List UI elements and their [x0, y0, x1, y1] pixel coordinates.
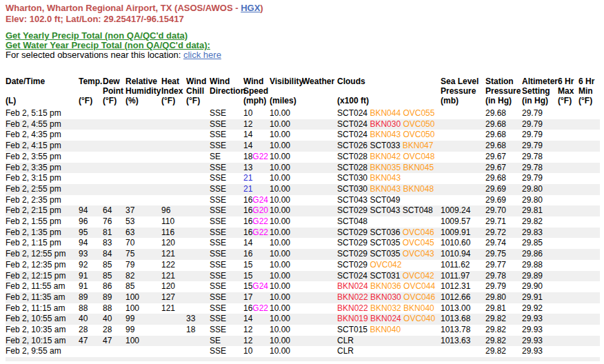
- table-row: Feb 2, 3:55 pmSE18G2210.00SCT028 BKN042 …: [6, 152, 600, 163]
- cell-heat-index: [161, 325, 186, 336]
- cell-wind-speed: 10: [243, 346, 270, 357]
- cell-visibility: 10.00: [270, 292, 302, 303]
- cell-min-6hr: [578, 205, 600, 216]
- cell-visibility: 10.00: [270, 260, 302, 271]
- water-year-precip-link[interactable]: Get Water Year Precip Total (non QA/QC'd…: [6, 41, 210, 50]
- table-row: Feb 2, 12:15 pm918582121SSE1510.00SCT024…: [6, 271, 600, 282]
- cell-max-6hr: [558, 346, 578, 357]
- cell-rel-humidity: 100: [125, 303, 161, 314]
- cell-clouds: SCT030 BKN043 BKN048: [337, 184, 441, 195]
- click-here-link[interactable]: click here: [183, 50, 221, 60]
- wfo-hgx-link[interactable]: HGX: [241, 3, 260, 13]
- cell-max-6hr: [558, 195, 578, 206]
- cell-wind-direction: SSE: [210, 216, 243, 228]
- cell-rel-humidity: 79: [125, 260, 161, 271]
- cell-sea-level-pressure: [441, 346, 485, 357]
- cell-wind-speed: 15: [243, 271, 270, 282]
- yearly-precip-link[interactable]: Get Yearly Precip Total (non QA/QC'd dat…: [6, 31, 188, 41]
- cell-heat-index: [161, 152, 186, 163]
- table-row-partial: [6, 357, 600, 361]
- col-header-wind-speed: WindSpeed(mph): [243, 77, 270, 108]
- cell-rel-humidity: [125, 152, 161, 163]
- observations-page: Wharton, Wharton Regional Airport, TX (A…: [6, 3, 604, 361]
- cell-station-pressure: 29.69: [485, 195, 522, 206]
- cell-temp: 92: [79, 260, 103, 271]
- cell-sea-level-pressure: 1011.62: [441, 260, 485, 271]
- cell-wind-direction: SSE: [210, 108, 243, 119]
- cell-date-time: Feb 2, 12:15 pm: [6, 271, 79, 282]
- cell-station-pressure: 29.82: [485, 325, 522, 336]
- cell-wind-speed: 16: [243, 249, 270, 260]
- col-header-weather: Weather: [302, 77, 337, 108]
- cell-sea-level-pressure: 1009.24: [441, 205, 485, 216]
- cell-min-6hr: [578, 108, 600, 119]
- cell-max-6hr: [558, 238, 578, 249]
- cell-station-pressure: 29.70: [485, 205, 522, 216]
- cell-max-6hr: [558, 249, 578, 260]
- cell-temp: 40: [79, 314, 103, 325]
- cell-wind-direction: SSE: [210, 119, 243, 130]
- cell-date-time: Feb 2, 3:55 pm: [6, 152, 79, 163]
- cell-date-time: Feb 2, 10:15 am: [6, 336, 79, 347]
- cell-min-6hr: [578, 152, 600, 163]
- station-elevation-latlon: Elev: 102.0 ft; Lat/Lon: 29.25417/-96.15…: [6, 14, 604, 25]
- cell-date-time: Feb 2, 12:35 pm: [6, 260, 79, 271]
- cell-wind-speed: 16G20: [243, 205, 270, 216]
- cell-sea-level-pressure: [441, 173, 485, 184]
- cell-date-time: Feb 2, 9:55 am: [6, 346, 79, 357]
- cell-date-time: Feb 2, 4:15 pm: [6, 141, 79, 152]
- cell-temp: 91: [79, 281, 103, 292]
- cell-heat-index: [161, 336, 186, 347]
- cell-station-pressure: 29.74: [485, 238, 522, 249]
- cell-date-time: Feb 2, 4:35 pm: [6, 130, 79, 141]
- cell-wind-speed: 15: [243, 260, 270, 271]
- cell-date-time: Feb 2, 1:55 pm: [6, 216, 79, 228]
- cell-date-time: Feb 2, 5:15 pm: [6, 108, 79, 119]
- cell-altimeter: 29.88: [522, 260, 558, 271]
- cell-dew-point: [103, 346, 125, 357]
- cell-temp: 95: [79, 228, 103, 239]
- cell-heat-index: [161, 119, 186, 130]
- cell-dew-point: 47: [103, 336, 125, 347]
- cell-temp: 47: [79, 336, 103, 347]
- cell-sea-level-pressure: 1010.60: [441, 238, 485, 249]
- cell-min-6hr: [578, 195, 600, 206]
- precip-links-block: Get Yearly Precip Total (non QA/QC'd dat…: [6, 31, 604, 60]
- cell-rel-humidity: 75: [125, 249, 161, 260]
- cell-weather: [302, 303, 337, 314]
- cell-rel-humidity: [125, 184, 161, 195]
- cell-visibility: 10.00: [270, 216, 302, 228]
- cell-temp: [79, 184, 103, 195]
- cell-dew-point: 28: [103, 325, 125, 336]
- cell-wind-direction: SSE: [210, 346, 243, 357]
- cell-dew-point: [103, 108, 125, 119]
- cell-max-6hr: [558, 130, 578, 141]
- cell-max-6hr: [558, 228, 578, 239]
- cell-clouds: SCT024 BKN044 OVC055: [337, 108, 441, 119]
- cell-dew-point: 89: [103, 292, 125, 303]
- table-row: Feb 2, 12:55 pm938475121SSE1610.00SCT029…: [6, 249, 600, 260]
- cell-min-6hr: [578, 173, 600, 184]
- col-header-dew-point: DewPoint(°F): [103, 77, 125, 108]
- cell-rel-humidity: 63: [125, 228, 161, 239]
- cell-temp: 93: [79, 249, 103, 260]
- cell-min-6hr: [578, 336, 600, 347]
- cell-sea-level-pressure: 1011.97: [441, 271, 485, 282]
- cell-station-pressure: 29.72: [485, 228, 522, 239]
- cell-visibility: 10.00: [270, 271, 302, 282]
- table-row: Feb 2, 4:15 pmSSE1410.00SCT026 SCT033 BK…: [6, 141, 600, 152]
- cell-min-6hr: [578, 271, 600, 282]
- cell-sea-level-pressure: [441, 141, 485, 152]
- col-header-visibility: Visibility(miles): [270, 77, 302, 108]
- cell-wind-chill: [186, 108, 210, 119]
- cell-wind-direction: SSE: [210, 314, 243, 325]
- cell-clouds: BKN022 BKN032 BKN040: [337, 303, 441, 314]
- cell-weather: [302, 314, 337, 325]
- cell-max-6hr: [558, 314, 578, 325]
- cell-sea-level-pressure: 1012.31: [441, 281, 485, 292]
- cell-max-6hr: [558, 292, 578, 303]
- cell-wind-chill: [186, 281, 210, 292]
- cell-wind-direction: SE: [210, 336, 243, 347]
- cell-rel-humidity: 99: [125, 314, 161, 325]
- cell-wind-chill: [186, 271, 210, 282]
